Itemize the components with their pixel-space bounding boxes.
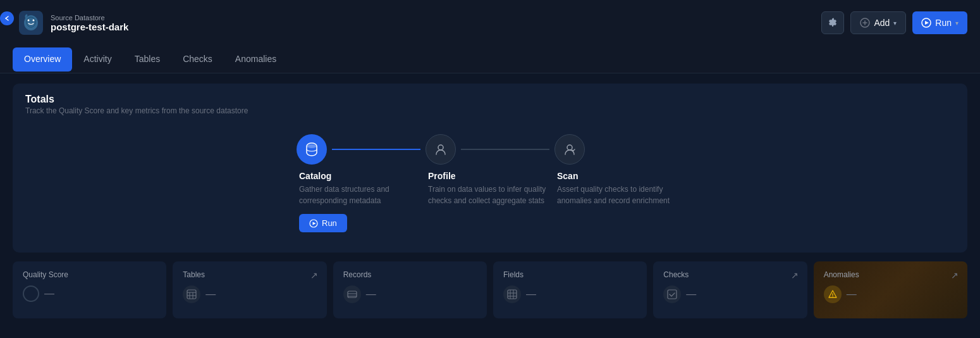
header-left: Source Datastore postgre-test-dark: [19, 11, 128, 35]
header-title: Source Datastore postgre-test-dark: [51, 14, 128, 32]
header: Source Datastore postgre-test-dark Add ▾…: [0, 0, 980, 46]
svg-rect-26: [668, 290, 677, 299]
svg-point-3: [33, 20, 35, 22]
svg-point-28: [832, 296, 833, 297]
quality-score-value: —: [23, 285, 156, 302]
fields-dash: —: [526, 289, 536, 300]
metrics-row: Quality Score — ↗ Tables: [13, 261, 967, 318]
records-icon: [343, 285, 361, 303]
tab-overview[interactable]: Overview: [13, 47, 72, 72]
checks-title: Checks: [663, 270, 797, 279]
catalog-step-header: [297, 134, 426, 165]
records-value: —: [343, 285, 477, 303]
checks-arrow-icon[interactable]: ↗: [791, 270, 799, 280]
svg-rect-21: [508, 290, 517, 299]
svg-marker-10: [313, 222, 316, 225]
scan-step-header: [554, 134, 683, 165]
catalog-step-body: Catalog Gather data structures and corre…: [297, 171, 426, 232]
scan-circle: [554, 134, 585, 165]
quality-score-title: Quality Score: [23, 270, 156, 279]
checks-dash: —: [686, 289, 696, 300]
profile-to-scan-line: [461, 149, 549, 150]
datastore-name: postgre-test-dark: [51, 22, 128, 32]
add-label: Add: [874, 18, 890, 28]
pipeline-step-profile: Profile Train on data values to infer qu…: [426, 134, 554, 206]
tables-value: —: [183, 285, 316, 303]
fields-title: Fields: [503, 270, 637, 279]
metric-tables: ↗ Tables —: [173, 261, 326, 318]
main-content: Totals Track the Quality Score and key m…: [0, 73, 980, 338]
header-right: Add ▾ Run ▾: [821, 11, 967, 34]
anomalies-dash: —: [847, 289, 857, 300]
profile-step-body: Profile Train on data values to infer qu…: [426, 171, 554, 206]
svg-point-2: [28, 20, 30, 22]
tables-arrow-icon[interactable]: ↗: [310, 270, 318, 280]
pipeline: Catalog Gather data structures and corre…: [25, 128, 955, 242]
pipeline-step-catalog: Catalog Gather data structures and corre…: [297, 134, 426, 232]
nav-tabs: Overview Activity Tables Checks Anomalie…: [0, 46, 980, 73]
profile-step-header: [426, 134, 554, 165]
tab-activity[interactable]: Activity: [72, 47, 123, 72]
metric-records: Records —: [333, 261, 487, 318]
settings-button[interactable]: [821, 11, 844, 34]
scan-step-desc: Assert quality checks to identify anomal…: [557, 184, 683, 206]
catalog-circle: [297, 134, 327, 165]
metric-anomalies: ↗ Anomalies —: [814, 261, 967, 318]
metric-quality-score: Quality Score —: [13, 261, 166, 318]
catalog-step-title: Catalog: [299, 171, 426, 181]
svg-point-12: [567, 145, 572, 150]
metric-fields: Fields —: [493, 261, 647, 318]
svg-marker-7: [925, 21, 929, 25]
records-dash: —: [366, 289, 376, 300]
totals-title: Totals: [25, 94, 955, 105]
anomalies-title: Anomalies: [824, 270, 957, 279]
tab-checks[interactable]: Checks: [171, 47, 224, 72]
catalog-to-profile-line: [332, 149, 420, 150]
checks-icon: [663, 285, 681, 303]
scan-step-body: Scan Assert quality checks to identify a…: [554, 171, 683, 206]
scan-step-title: Scan: [557, 171, 683, 181]
catalog-run-label: Run: [322, 218, 337, 228]
checks-value: —: [663, 285, 797, 303]
catalog-step-desc: Gather data structures and corresponding…: [299, 184, 426, 206]
add-button[interactable]: Add ▾: [850, 11, 906, 34]
svg-point-11: [438, 145, 443, 150]
run-label: Run: [935, 18, 952, 28]
tab-anomalies[interactable]: Anomalies: [224, 47, 288, 72]
profile-step-desc: Train on data values to infer quality ch…: [428, 184, 554, 206]
svg-point-8: [307, 144, 317, 148]
totals-section: Totals Track the Quality Score and key m…: [13, 84, 967, 253]
svg-rect-13: [187, 290, 196, 299]
tables-dash: —: [205, 289, 216, 300]
fields-icon: [503, 285, 521, 303]
pipeline-step-scan: Scan Assert quality checks to identify a…: [554, 134, 683, 206]
tab-tables[interactable]: Tables: [123, 47, 171, 72]
catalog-run-button[interactable]: Run: [299, 214, 347, 232]
run-chevron-icon: ▾: [955, 20, 959, 27]
tables-icon: [183, 285, 200, 303]
source-label: Source Datastore: [51, 14, 128, 22]
totals-subtitle: Track the Quality Score and key metrics …: [25, 106, 955, 115]
run-button[interactable]: Run ▾: [912, 11, 967, 34]
metric-checks: ↗ Checks —: [653, 261, 807, 318]
quality-score-dash: —: [44, 288, 54, 299]
anomalies-arrow-icon[interactable]: ↗: [951, 270, 959, 280]
quality-score-circle: [23, 285, 39, 302]
profile-circle: [426, 134, 456, 165]
tables-title: Tables: [183, 270, 316, 279]
sidebar-toggle-button[interactable]: [0, 11, 14, 25]
anomalies-value: —: [824, 285, 957, 303]
profile-step-title: Profile: [428, 171, 554, 181]
add-chevron-icon: ▾: [893, 20, 897, 27]
records-title: Records: [343, 270, 477, 279]
datastore-icon: [19, 11, 43, 35]
fields-value: —: [503, 285, 637, 303]
anomalies-icon: [824, 285, 842, 303]
